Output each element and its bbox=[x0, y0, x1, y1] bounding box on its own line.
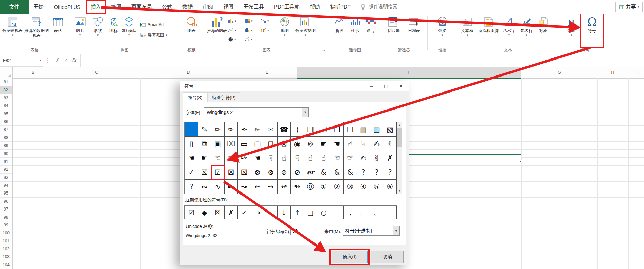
symbol-cell[interactable]: ✑ bbox=[225, 122, 238, 137]
select-all-corner[interactable] bbox=[0, 67, 13, 78]
row-header[interactable]: 82 bbox=[0, 86, 12, 94]
symbol-cell[interactable]: ◉ bbox=[291, 137, 304, 151]
row-header[interactable]: 92 bbox=[0, 166, 12, 173]
symbol-cell[interactable]: ☒ bbox=[238, 165, 251, 180]
pictures-button[interactable]: 图片 ▾ bbox=[71, 14, 89, 47]
recent-symbol-cell[interactable]: 、 bbox=[370, 206, 383, 219]
symbol-cell[interactable]: ⇜ bbox=[251, 180, 264, 194]
symbol-cell[interactable]: ? bbox=[370, 165, 383, 180]
symbol-cell[interactable]: ⊠ bbox=[278, 137, 291, 151]
scroll-down-icon[interactable]: ▼ bbox=[397, 188, 402, 194]
symbol-cell[interactable]: & bbox=[344, 165, 357, 180]
signature-line-button[interactable]: ✗ 签名行 ▾ bbox=[518, 14, 535, 47]
symbol-cell[interactable]: ☟ bbox=[291, 151, 304, 165]
symbol-cell[interactable]: & bbox=[330, 165, 344, 180]
maps-button[interactable]: 地图 ▾ bbox=[277, 14, 292, 47]
row-header[interactable]: 83 bbox=[0, 94, 12, 102]
row-header[interactable]: 84 bbox=[0, 102, 12, 110]
minimize-icon[interactable]: ─ bbox=[364, 81, 379, 91]
cancel-button[interactable]: 取消 bbox=[371, 251, 404, 263]
symbol-cell[interactable]: ⊗ bbox=[251, 165, 264, 180]
menu-tab[interactable]: 插入 bbox=[86, 0, 106, 14]
symbol-cell[interactable]: ☟ bbox=[264, 151, 278, 165]
symbol-cell[interactable]: ⊚ bbox=[304, 137, 317, 151]
symbol-cell[interactable]: ✂ bbox=[264, 122, 278, 137]
symbol-cell[interactable]: ☒ bbox=[225, 165, 238, 180]
symbol-cell[interactable]: ❐ bbox=[317, 122, 330, 137]
recent-symbol-cell[interactable]: □ bbox=[304, 206, 317, 219]
pie-chart-button[interactable]: ▾ bbox=[228, 35, 244, 44]
row-header[interactable]: 104 bbox=[0, 261, 12, 269]
timeline-button[interactable]: 日程表 bbox=[404, 14, 424, 47]
equation-button[interactable]: π 公式 ▾ bbox=[561, 14, 582, 47]
symbol-cell[interactable]: ☒ bbox=[198, 165, 211, 180]
symbol-cell[interactable]: ↝ bbox=[238, 180, 251, 194]
row-header[interactable]: 86 bbox=[0, 118, 12, 126]
symbol-cell[interactable]: ↜ bbox=[225, 180, 238, 194]
symbol-cell[interactable]: ↫ bbox=[278, 180, 291, 194]
dialog-launcher-icon[interactable]: ↘ bbox=[322, 48, 326, 52]
textbox-button[interactable]: A 文本框 ▾ bbox=[459, 14, 476, 47]
insert-button[interactable]: 插入(I) bbox=[332, 251, 368, 263]
character-code-input[interactable]: 32 bbox=[290, 226, 315, 235]
symbol-cell[interactable]: ✌ bbox=[370, 151, 383, 165]
object-button[interactable]: 对象 bbox=[535, 14, 551, 47]
symbol-cell[interactable]: ⧉ bbox=[198, 137, 211, 151]
menu-tab[interactable]: OfficePLUS bbox=[49, 0, 86, 14]
symbol-cell[interactable]: ☛ bbox=[198, 151, 211, 165]
symbol-cell[interactable]: ) bbox=[291, 122, 304, 137]
recent-symbol-cell[interactable]: ☒ bbox=[211, 206, 225, 219]
symbol-button[interactable]: Ω 符号 bbox=[582, 14, 603, 47]
menu-tab[interactable]: 绘图 bbox=[106, 0, 126, 14]
row-header[interactable]: 101 bbox=[0, 237, 12, 245]
symbol-cell[interactable]: er bbox=[304, 165, 317, 180]
row-header[interactable]: 102 bbox=[0, 245, 12, 253]
table-button[interactable]: 表格 bbox=[50, 14, 66, 47]
symbol-cell[interactable]: ⑥ bbox=[383, 180, 397, 194]
recommended-pivottables-button[interactable]: ? 推荐的数据透视表 bbox=[23, 14, 50, 47]
symbol-cell[interactable]: ② bbox=[330, 180, 344, 194]
smartart-button[interactable]: SmartArt bbox=[140, 21, 167, 29]
recent-symbol-cell[interactable]: , bbox=[344, 206, 357, 219]
wordart-button[interactable]: A 艺术字 ▾ bbox=[501, 14, 518, 47]
symbol-cell[interactable]: ↬ bbox=[291, 180, 304, 194]
menu-tab[interactable]: 审阅 bbox=[198, 0, 218, 14]
insert-function-icon[interactable]: fx bbox=[72, 57, 76, 63]
symbol-cell[interactable]: ⊘ bbox=[278, 165, 291, 180]
from-select[interactable]: 符号(十进制) ▼ bbox=[343, 226, 400, 236]
symbol-cell[interactable]: ▢ bbox=[251, 137, 264, 151]
symbol-cell[interactable]: ? bbox=[383, 165, 397, 180]
scroll-up-icon[interactable]: ▲ bbox=[397, 122, 402, 128]
symbol-cell[interactable]: ▣ bbox=[211, 137, 225, 151]
sparkline-winloss-button[interactable]: 盈亏 bbox=[363, 14, 378, 47]
symbol-cell[interactable]: ⊟ bbox=[264, 137, 278, 151]
name-box[interactable]: F82 ▾ bbox=[0, 54, 43, 67]
symbol-cell[interactable]: ▤ bbox=[357, 122, 370, 137]
symbol-cell[interactable]: ⌧ bbox=[225, 137, 238, 151]
column-header[interactable]: E bbox=[266, 67, 269, 78]
symbol-cell[interactable]: ✎ bbox=[198, 122, 211, 137]
recent-symbol-cell[interactable]: ✓ bbox=[238, 206, 251, 219]
recent-symbol-cell[interactable]: ○ bbox=[317, 206, 330, 219]
chart-templates-button[interactable]: 图表 bbox=[182, 14, 201, 47]
symbol-cell[interactable]: ☚ bbox=[251, 151, 264, 165]
symbol-cell[interactable]: & bbox=[317, 165, 330, 180]
tell-me-search[interactable]: 操作说明搜索 bbox=[360, 0, 397, 14]
symbol-cell[interactable]: ☑ bbox=[211, 165, 225, 180]
symbol-cell[interactable]: ☜ bbox=[211, 151, 225, 165]
close-icon[interactable]: ✕ bbox=[394, 81, 409, 91]
hierarchy-chart-button[interactable]: ▾ bbox=[244, 16, 261, 26]
column-header[interactable]: D bbox=[187, 67, 190, 78]
column-header[interactable]: B bbox=[32, 67, 35, 78]
tab-symbols[interactable]: 符号(S) bbox=[183, 92, 207, 103]
symbol-cell[interactable]: ▭ bbox=[238, 137, 251, 151]
scatter-chart-button[interactable]: ▾ bbox=[244, 35, 261, 44]
symbol-cell[interactable]: ☞ bbox=[225, 151, 238, 165]
recent-symbol-cell[interactable]: ◆ bbox=[198, 206, 211, 219]
recent-symbol-cell[interactable]: ↓ bbox=[278, 206, 291, 219]
row-header[interactable]: 85 bbox=[0, 110, 12, 118]
recent-symbol-cell[interactable]: ← bbox=[264, 206, 278, 219]
symbol-cell[interactable]: ☝ bbox=[344, 137, 357, 151]
symbol-cell[interactable]: ✁ bbox=[251, 122, 264, 137]
row-header[interactable]: 87 bbox=[0, 126, 12, 134]
